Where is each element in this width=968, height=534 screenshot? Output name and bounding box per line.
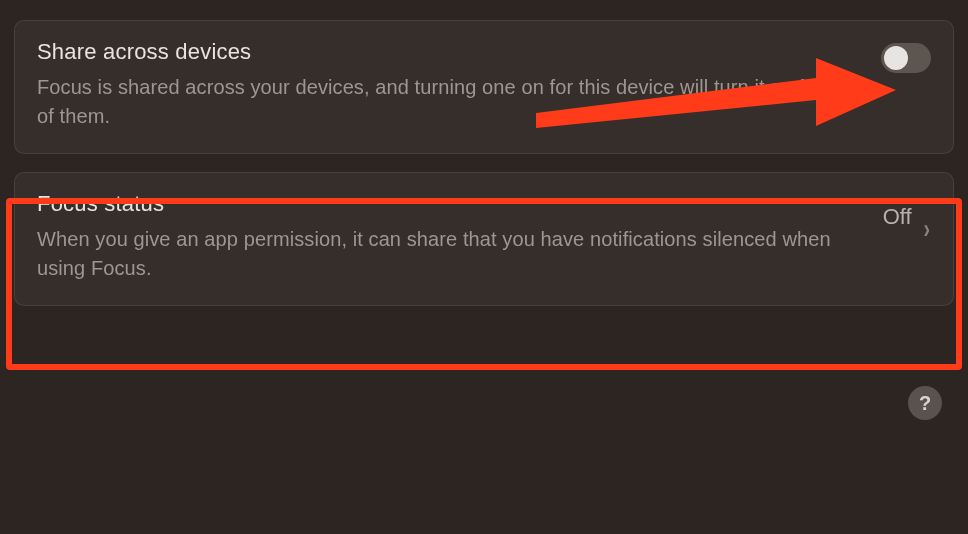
focus-status-description: When you give an app permission, it can … (37, 225, 863, 283)
card-row: Focus status When you give an app permis… (37, 191, 931, 283)
settings-content: Share across devices Focus is shared acr… (0, 0, 968, 344)
share-across-devices-card: Share across devices Focus is shared acr… (14, 20, 954, 154)
focus-status-nav[interactable]: Off › (883, 191, 931, 243)
chevron-right-icon: › (923, 215, 930, 243)
help-icon: ? (919, 392, 931, 415)
help-button[interactable]: ? (908, 386, 942, 420)
focus-status-value: Off (883, 204, 912, 230)
card-text: Share across devices Focus is shared acr… (37, 39, 861, 131)
card-text: Focus status When you give an app permis… (37, 191, 863, 283)
share-devices-toggle[interactable] (881, 43, 931, 73)
focus-status-card[interactable]: Focus status When you give an app permis… (14, 172, 954, 306)
card-row: Share across devices Focus is shared acr… (37, 39, 931, 131)
share-devices-title: Share across devices (37, 39, 861, 65)
toggle-knob (884, 46, 908, 70)
focus-status-title: Focus status (37, 191, 863, 217)
share-devices-description: Focus is shared across your devices, and… (37, 73, 861, 131)
